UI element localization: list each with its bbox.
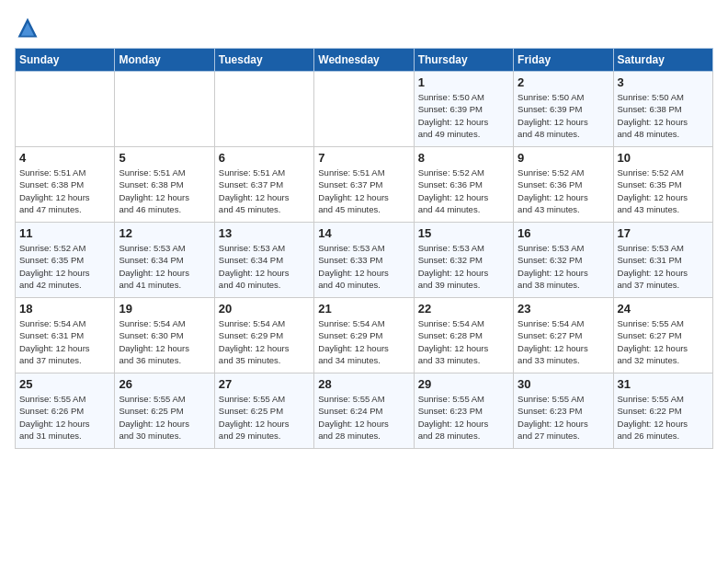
calendar-cell: 16Sunrise: 5:53 AM Sunset: 6:32 PM Dayli… bbox=[514, 223, 613, 298]
day-number: 30 bbox=[518, 377, 609, 391]
day-number: 24 bbox=[618, 302, 709, 316]
calendar-cell: 9Sunrise: 5:52 AM Sunset: 6:36 PM Daylig… bbox=[514, 147, 613, 223]
page-header bbox=[15, 15, 713, 40]
day-number: 8 bbox=[418, 151, 509, 165]
day-info: Sunrise: 5:51 AM Sunset: 6:37 PM Dayligh… bbox=[219, 167, 310, 215]
day-info: Sunrise: 5:54 AM Sunset: 6:28 PM Dayligh… bbox=[418, 317, 509, 366]
day-number: 13 bbox=[219, 226, 310, 240]
calendar-cell: 5Sunrise: 5:51 AM Sunset: 6:38 PM Daylig… bbox=[115, 147, 214, 223]
day-number: 6 bbox=[219, 151, 310, 165]
calendar-cell: 12Sunrise: 5:53 AM Sunset: 6:34 PM Dayli… bbox=[115, 223, 214, 298]
calendar-header-saturday: Saturday bbox=[613, 49, 712, 72]
day-info: Sunrise: 5:53 AM Sunset: 6:34 PM Dayligh… bbox=[119, 242, 210, 291]
calendar-cell: 26Sunrise: 5:55 AM Sunset: 6:25 PM Dayli… bbox=[115, 373, 214, 449]
day-info: Sunrise: 5:54 AM Sunset: 6:30 PM Dayligh… bbox=[119, 317, 210, 366]
day-number: 12 bbox=[119, 226, 210, 240]
day-info: Sunrise: 5:55 AM Sunset: 6:24 PM Dayligh… bbox=[318, 393, 409, 442]
calendar-cell: 14Sunrise: 5:53 AM Sunset: 6:33 PM Dayli… bbox=[314, 223, 414, 298]
generalblue-logo-icon bbox=[15, 15, 40, 40]
day-info: Sunrise: 5:54 AM Sunset: 6:29 PM Dayligh… bbox=[219, 317, 310, 366]
day-number: 16 bbox=[518, 226, 609, 240]
day-number: 22 bbox=[418, 302, 509, 316]
calendar-cell: 15Sunrise: 5:53 AM Sunset: 6:32 PM Dayli… bbox=[414, 223, 513, 298]
day-info: Sunrise: 5:52 AM Sunset: 6:36 PM Dayligh… bbox=[418, 167, 509, 215]
day-number: 27 bbox=[219, 377, 310, 391]
calendar-cell: 6Sunrise: 5:51 AM Sunset: 6:37 PM Daylig… bbox=[214, 147, 313, 223]
day-number: 2 bbox=[518, 75, 609, 89]
day-info: Sunrise: 5:54 AM Sunset: 6:27 PM Dayligh… bbox=[518, 317, 609, 366]
calendar-cell bbox=[314, 72, 414, 147]
calendar-cell: 3Sunrise: 5:50 AM Sunset: 6:38 PM Daylig… bbox=[613, 72, 712, 147]
day-info: Sunrise: 5:55 AM Sunset: 6:25 PM Dayligh… bbox=[119, 393, 210, 442]
calendar-cell: 19Sunrise: 5:54 AM Sunset: 6:30 PM Dayli… bbox=[115, 298, 214, 373]
day-info: Sunrise: 5:52 AM Sunset: 6:36 PM Dayligh… bbox=[518, 167, 609, 215]
day-number: 17 bbox=[618, 226, 709, 240]
calendar-week-1: 1Sunrise: 5:50 AM Sunset: 6:39 PM Daylig… bbox=[16, 72, 713, 147]
calendar-cell: 24Sunrise: 5:55 AM Sunset: 6:27 PM Dayli… bbox=[613, 298, 712, 373]
day-number: 25 bbox=[19, 377, 110, 391]
day-number: 29 bbox=[418, 377, 509, 391]
calendar-cell: 28Sunrise: 5:55 AM Sunset: 6:24 PM Dayli… bbox=[314, 373, 414, 449]
calendar-cell: 1Sunrise: 5:50 AM Sunset: 6:39 PM Daylig… bbox=[414, 72, 513, 147]
logo bbox=[15, 15, 44, 40]
calendar-cell: 7Sunrise: 5:51 AM Sunset: 6:37 PM Daylig… bbox=[314, 147, 414, 223]
calendar-header-sunday: Sunday bbox=[16, 49, 115, 72]
day-number: 31 bbox=[618, 377, 709, 391]
calendar-cell bbox=[115, 72, 214, 147]
day-info: Sunrise: 5:50 AM Sunset: 6:39 PM Dayligh… bbox=[518, 91, 609, 140]
calendar-cell: 30Sunrise: 5:55 AM Sunset: 6:23 PM Dayli… bbox=[514, 373, 613, 449]
calendar-cell bbox=[16, 72, 115, 147]
day-info: Sunrise: 5:54 AM Sunset: 6:31 PM Dayligh… bbox=[19, 317, 110, 366]
day-info: Sunrise: 5:53 AM Sunset: 6:32 PM Dayligh… bbox=[518, 242, 609, 291]
calendar-week-5: 25Sunrise: 5:55 AM Sunset: 6:26 PM Dayli… bbox=[16, 373, 713, 449]
day-info: Sunrise: 5:53 AM Sunset: 6:32 PM Dayligh… bbox=[418, 242, 509, 291]
calendar-cell: 27Sunrise: 5:55 AM Sunset: 6:25 PM Dayli… bbox=[214, 373, 313, 449]
calendar-cell: 11Sunrise: 5:52 AM Sunset: 6:35 PM Dayli… bbox=[16, 223, 115, 298]
day-number: 7 bbox=[318, 151, 409, 165]
day-info: Sunrise: 5:50 AM Sunset: 6:38 PM Dayligh… bbox=[618, 91, 709, 140]
calendar-cell: 8Sunrise: 5:52 AM Sunset: 6:36 PM Daylig… bbox=[414, 147, 513, 223]
calendar-header-thursday: Thursday bbox=[414, 49, 513, 72]
day-info: Sunrise: 5:55 AM Sunset: 6:22 PM Dayligh… bbox=[618, 393, 709, 442]
day-number: 19 bbox=[119, 302, 210, 316]
calendar-table: SundayMondayTuesdayWednesdayThursdayFrid… bbox=[15, 48, 713, 449]
day-number: 15 bbox=[418, 226, 509, 240]
day-number: 26 bbox=[119, 377, 210, 391]
day-number: 14 bbox=[318, 226, 409, 240]
calendar-cell: 17Sunrise: 5:53 AM Sunset: 6:31 PM Dayli… bbox=[613, 223, 712, 298]
calendar-cell: 10Sunrise: 5:52 AM Sunset: 6:35 PM Dayli… bbox=[613, 147, 712, 223]
day-number: 5 bbox=[119, 151, 210, 165]
day-info: Sunrise: 5:51 AM Sunset: 6:38 PM Dayligh… bbox=[19, 167, 110, 215]
day-number: 28 bbox=[318, 377, 409, 391]
day-info: Sunrise: 5:55 AM Sunset: 6:25 PM Dayligh… bbox=[219, 393, 310, 442]
calendar-cell: 2Sunrise: 5:50 AM Sunset: 6:39 PM Daylig… bbox=[514, 72, 613, 147]
calendar-cell: 23Sunrise: 5:54 AM Sunset: 6:27 PM Dayli… bbox=[514, 298, 613, 373]
day-number: 3 bbox=[618, 75, 709, 89]
calendar-cell: 4Sunrise: 5:51 AM Sunset: 6:38 PM Daylig… bbox=[16, 147, 115, 223]
day-info: Sunrise: 5:53 AM Sunset: 6:34 PM Dayligh… bbox=[219, 242, 310, 291]
day-info: Sunrise: 5:55 AM Sunset: 6:26 PM Dayligh… bbox=[19, 393, 110, 442]
calendar-week-2: 4Sunrise: 5:51 AM Sunset: 6:38 PM Daylig… bbox=[16, 147, 713, 223]
calendar-header-tuesday: Tuesday bbox=[214, 49, 313, 72]
day-info: Sunrise: 5:55 AM Sunset: 6:23 PM Dayligh… bbox=[418, 393, 509, 442]
day-number: 18 bbox=[19, 302, 110, 316]
calendar-cell: 18Sunrise: 5:54 AM Sunset: 6:31 PM Dayli… bbox=[16, 298, 115, 373]
calendar-header-wednesday: Wednesday bbox=[314, 49, 414, 72]
calendar-cell bbox=[214, 72, 313, 147]
day-info: Sunrise: 5:51 AM Sunset: 6:38 PM Dayligh… bbox=[119, 167, 210, 215]
day-number: 1 bbox=[418, 75, 509, 89]
calendar-cell: 20Sunrise: 5:54 AM Sunset: 6:29 PM Dayli… bbox=[214, 298, 313, 373]
day-number: 10 bbox=[618, 151, 709, 165]
calendar-cell: 29Sunrise: 5:55 AM Sunset: 6:23 PM Dayli… bbox=[414, 373, 513, 449]
calendar-cell: 31Sunrise: 5:55 AM Sunset: 6:22 PM Dayli… bbox=[613, 373, 712, 449]
day-info: Sunrise: 5:53 AM Sunset: 6:33 PM Dayligh… bbox=[318, 242, 409, 291]
calendar-header-monday: Monday bbox=[115, 49, 214, 72]
calendar-header-friday: Friday bbox=[514, 49, 613, 72]
day-number: 20 bbox=[219, 302, 310, 316]
day-number: 11 bbox=[19, 226, 110, 240]
calendar-cell: 22Sunrise: 5:54 AM Sunset: 6:28 PM Dayli… bbox=[414, 298, 513, 373]
day-number: 23 bbox=[518, 302, 609, 316]
day-info: Sunrise: 5:52 AM Sunset: 6:35 PM Dayligh… bbox=[19, 242, 110, 291]
day-info: Sunrise: 5:52 AM Sunset: 6:35 PM Dayligh… bbox=[618, 167, 709, 215]
calendar-week-3: 11Sunrise: 5:52 AM Sunset: 6:35 PM Dayli… bbox=[16, 223, 713, 298]
